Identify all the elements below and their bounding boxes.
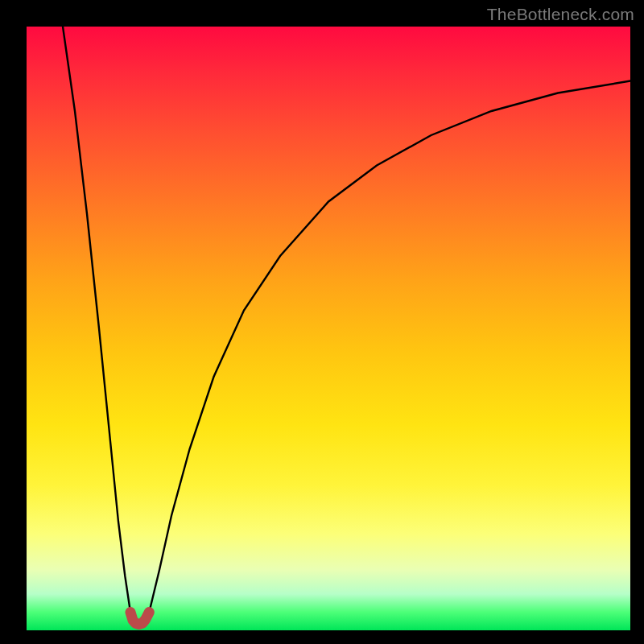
curve-dip-highlight bbox=[130, 613, 149, 625]
chart-frame: TheBottleneck.com bbox=[0, 0, 644, 644]
curve-right-branch bbox=[149, 81, 630, 613]
curve-left-branch bbox=[63, 27, 130, 613]
curve-layer bbox=[27, 27, 630, 630]
curve-group bbox=[63, 27, 630, 625]
watermark-text: TheBottleneck.com bbox=[487, 5, 634, 24]
plot-area bbox=[27, 27, 630, 630]
